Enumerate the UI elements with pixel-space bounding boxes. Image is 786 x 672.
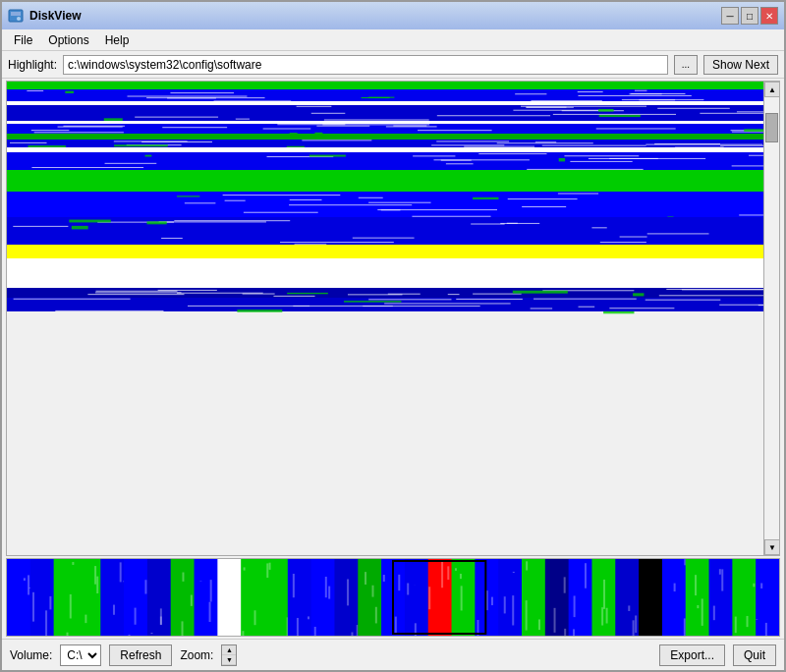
disk-map-canvas: [7, 82, 763, 555]
minimize-button[interactable]: ─: [721, 7, 739, 25]
scroll-up-arrow[interactable]: ▲: [764, 82, 780, 97]
scroll-thumb[interactable]: [765, 113, 778, 142]
menubar: File Options Help: [2, 29, 784, 51]
volume-select[interactable]: C:\: [60, 644, 101, 666]
quit-button[interactable]: Quit: [733, 644, 776, 666]
menu-options[interactable]: Options: [40, 31, 96, 49]
highlight-toolbar: Highlight: ... Show Next: [2, 51, 784, 79]
disk-icon: [8, 8, 24, 24]
zoom-down-arrow[interactable]: ▼: [222, 655, 236, 665]
svg-rect-1: [11, 12, 21, 16]
scroll-track[interactable]: [764, 97, 779, 539]
vertical-scrollbar[interactable]: ▲ ▼: [763, 82, 779, 555]
close-button[interactable]: ✕: [760, 7, 778, 25]
main-window: DiskView ─ □ ✕ File Options Help Highlig…: [0, 0, 786, 672]
mini-map-container: [6, 558, 780, 637]
titlebar: DiskView ─ □ ✕: [2, 2, 784, 29]
highlight-input[interactable]: [63, 55, 668, 75]
statusbar: Volume: C:\ Refresh Zoom: ▲ ▼ Export... …: [2, 639, 784, 670]
volume-label: Volume:: [10, 648, 52, 662]
show-next-button[interactable]: Show Next: [703, 55, 778, 75]
browse-button[interactable]: ...: [674, 55, 698, 75]
window-title: DiskView: [29, 9, 715, 23]
restore-button[interactable]: □: [741, 7, 758, 25]
menu-file[interactable]: File: [6, 31, 40, 49]
highlight-label: Highlight:: [8, 58, 57, 72]
main-area: ▲ ▼: [2, 79, 784, 639]
refresh-button[interactable]: Refresh: [109, 644, 172, 666]
zoom-spinner[interactable]: ▲ ▼: [221, 644, 237, 666]
zoom-up-arrow[interactable]: ▲: [222, 645, 236, 655]
svg-point-2: [17, 17, 21, 21]
export-button[interactable]: Export...: [659, 644, 725, 666]
menu-help[interactable]: Help: [97, 31, 138, 49]
scroll-down-arrow[interactable]: ▼: [764, 539, 780, 555]
zoom-label: Zoom:: [180, 648, 213, 662]
disk-map-container[interactable]: ▲ ▼: [6, 81, 780, 556]
window-controls: ─ □ ✕: [721, 7, 778, 25]
mini-map-canvas: [7, 559, 779, 636]
